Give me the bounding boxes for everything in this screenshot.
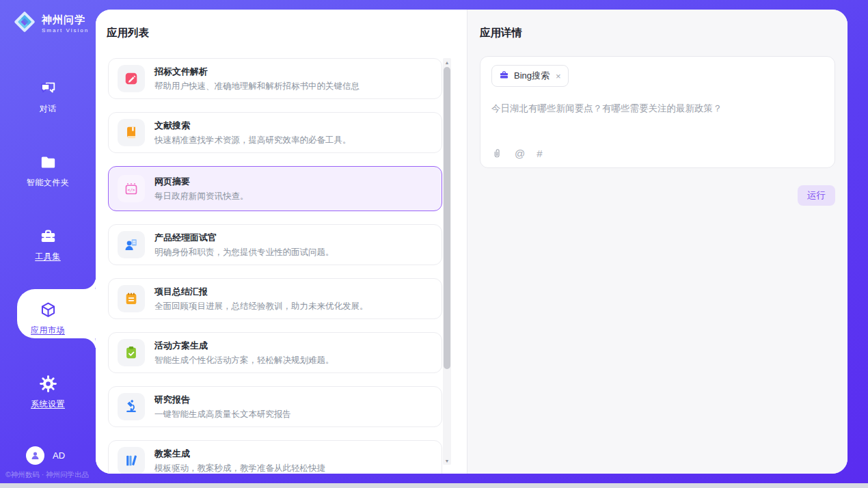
interviewer-icon [118, 231, 145, 258]
app-card-texts: 产品经理面试官明确身份和职责，为您提供专业性的面试问题。 [154, 232, 334, 258]
app-desc: 一键智能生成高质量长文本研究报告 [154, 409, 291, 420]
brand-name: 神州问学 [42, 14, 89, 27]
gear-icon [38, 374, 57, 393]
app-card-list: 招标文件解析帮助用户快速、准确地理解和解析招标书中的关键信息 文献搜索快速精准查… [108, 58, 442, 474]
app-card-6[interactable]: 活动方案生成智能生成个性化活动方案，轻松解决规划难题。 [108, 332, 442, 373]
app-desc: 智能生成个性化活动方案，轻松解决规划难题。 [154, 355, 334, 366]
folder-icon [38, 152, 57, 172]
prompt-input[interactable]: 今日湖北有哪些新闻要点？有哪些需要关注的最新政策？ [491, 102, 824, 116]
app-name: 活动方案生成 [154, 340, 334, 352]
pen-square-icon [118, 65, 145, 92]
bottom-strip [0, 483, 868, 488]
app-card-texts: 招标文件解析帮助用户快速、准确地理解和解析招标书中的关键信息 [154, 66, 360, 92]
sidebar-item-smart-folders[interactable]: 智能文件夹 [0, 145, 96, 219]
app-desc: 模板驱动，教案秒成，教学准备从此轻松快捷 [154, 463, 325, 474]
clipboard-check-icon [118, 339, 145, 366]
app-desc: 快速精准查找学术资源，提高研究效率的必备工具。 [154, 135, 351, 146]
user-avatar-icon [26, 446, 44, 465]
app-card-5[interactable]: 项目总结汇报全面回顾项目进展，总结经验教训，助力未来优化发展。 [108, 278, 442, 319]
sidebar-item-settings[interactable]: 系统设置 [0, 366, 96, 440]
book-icon [118, 119, 145, 146]
sidebar-item-app-market[interactable]: 应用市场 [0, 293, 96, 366]
diamond-logo-icon [12, 10, 37, 37]
brand: 神州问学 Smart Vision [12, 10, 89, 37]
sidebar-item-label: 应用市场 [31, 325, 65, 336]
app-name: 招标文件解析 [154, 66, 360, 78]
close-icon[interactable]: × [556, 71, 561, 81]
app-name: 文献搜索 [154, 120, 351, 132]
app-card-texts: 网页摘要每日政府新闻资讯快查。 [154, 176, 249, 202]
brand-subtitle: Smart Vision [42, 27, 89, 33]
notepad-icon [118, 285, 145, 312]
user-row[interactable]: AD [26, 446, 65, 465]
brand-text: 神州问学 Smart Vision [42, 14, 89, 33]
app-card-texts: 文献搜索快速精准查找学术资源，提高研究效率的必备工具。 [154, 120, 351, 146]
sidebar-item-label: 工具集 [35, 251, 61, 262]
chat-bubble-icon [38, 79, 57, 98]
user-name: AD [53, 450, 65, 461]
cube-icon [38, 300, 57, 319]
app-card-texts: 活动方案生成智能生成个性化活动方案，轻松解决规划难题。 [154, 340, 334, 366]
app-desc: 全面回顾项目进展，总结经验教训，助力未来优化发展。 [154, 301, 368, 312]
app-name: 项目总结汇报 [154, 286, 368, 298]
browser-code-icon: </> [118, 175, 145, 202]
app-card-texts: 项目总结汇报全面回顾项目进展，总结经验教训，助力未来优化发展。 [154, 286, 368, 312]
sidebar-item-label: 智能文件夹 [27, 177, 70, 189]
app-list-title: 应用列表 [107, 26, 149, 40]
scroll-up-icon[interactable]: ▲ [443, 58, 451, 66]
briefcase-icon [499, 70, 509, 83]
sidebar: 神州问学 Smart Vision 对话 智能文件夹 工具集 应用市场系统设置 … [0, 0, 96, 483]
run-button[interactable]: 运行 [798, 185, 835, 206]
content-shell: 应用列表 招标文件解析帮助用户快速、准确地理解和解析招标书中的关键信息 文献搜索… [96, 10, 847, 474]
app-card-2[interactable]: 文献搜索快速精准查找学术资源，提高研究效率的必备工具。 [108, 112, 442, 153]
scrollbar[interactable]: ▲ ▼ [443, 58, 451, 465]
app-desc: 明确身份和职责，为您提供专业性的面试问题。 [154, 247, 334, 258]
app-desc: 每日政府新闻资讯快查。 [154, 191, 249, 202]
sidebar-item-toolkit[interactable]: 工具集 [0, 219, 96, 293]
sidebar-nav: 对话 智能文件夹 工具集 应用市场系统设置 [0, 71, 96, 440]
app-card-texts: 研究报告一键智能生成高质量长文本研究报告 [154, 394, 291, 420]
sidebar-item-chat[interactable]: 对话 [0, 71, 96, 145]
app-card-4[interactable]: 产品经理面试官明确身份和职责，为您提供专业性的面试问题。 [108, 224, 442, 265]
at-icon[interactable]: @ [515, 148, 525, 159]
tool-chip-bing-search[interactable]: Bing搜索 × [491, 65, 569, 87]
tool-chip-label: Bing搜索 [514, 70, 550, 82]
app-list-panel: 应用列表 招标文件解析帮助用户快速、准确地理解和解析招标书中的关键信息 文献搜索… [96, 10, 467, 474]
app-card-1[interactable]: 招标文件解析帮助用户快速、准确地理解和解析招标书中的关键信息 [108, 58, 442, 99]
app-name: 网页摘要 [154, 176, 249, 188]
app-desc: 帮助用户快速、准确地理解和解析招标书中的关键信息 [154, 81, 360, 92]
books-icon [118, 447, 145, 474]
app-detail-panel: 应用详情 Bing搜索 × 今日湖北有哪些新闻要点？有哪些需要关注的最新政策？ [467, 10, 847, 474]
app-window: 神州问学 Smart Vision 对话 智能文件夹 工具集 应用市场系统设置 … [0, 0, 868, 488]
app-card-8[interactable]: 教案生成模板驱动，教案秒成，教学准备从此轻松快捷 [108, 440, 442, 474]
app-card-3[interactable]: </>网页摘要每日政府新闻资讯快查。 [108, 166, 442, 211]
app-name: 产品经理面试官 [154, 232, 334, 244]
scroll-down-icon[interactable]: ▼ [443, 457, 451, 465]
copyright-footer: ©神州数码 · 神州问学出品 [5, 470, 89, 480]
app-name: 研究报告 [154, 394, 291, 406]
prompt-toolbar: @ # [491, 148, 543, 159]
scrollbar-thumb[interactable] [444, 67, 450, 369]
app-card-7[interactable]: 研究报告一键智能生成高质量长文本研究报告 [108, 386, 442, 427]
app-card-texts: 教案生成模板驱动，教案秒成，教学准备从此轻松快捷 [154, 448, 325, 474]
microscope-icon [118, 393, 145, 420]
app-name: 教案生成 [154, 448, 325, 460]
prompt-card[interactable]: Bing搜索 × 今日湖北有哪些新闻要点？有哪些需要关注的最新政策？ @ # [480, 56, 835, 168]
toolbox-icon [38, 226, 57, 245]
sidebar-item-label: 对话 [40, 103, 57, 115]
sidebar-item-label: 系统设置 [31, 398, 65, 410]
hash-icon[interactable]: # [537, 148, 542, 159]
paperclip-icon[interactable] [491, 148, 503, 159]
app-detail-title: 应用详情 [480, 26, 522, 40]
svg-text:</>: </> [128, 187, 135, 192]
